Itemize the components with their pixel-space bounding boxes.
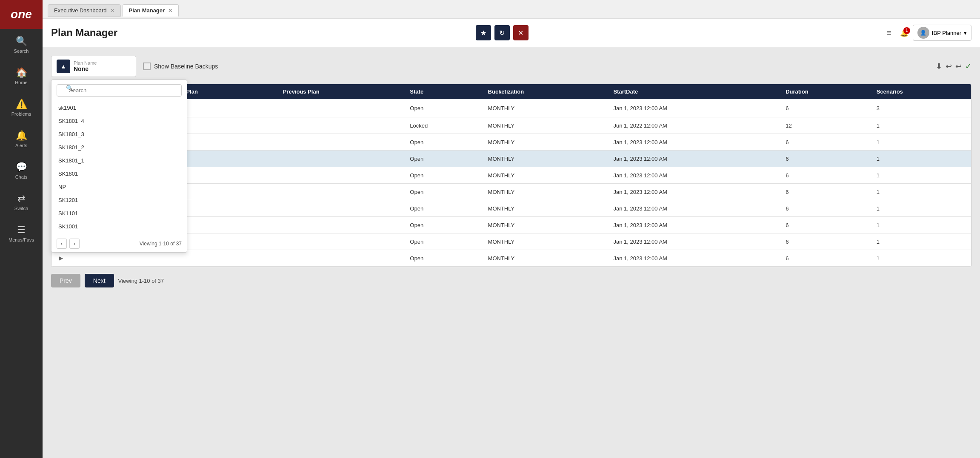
undo1-button[interactable]: ↩ bbox=[946, 62, 952, 71]
dropdown-list-item[interactable]: SK1801_3 bbox=[51, 128, 187, 141]
notification-count: 1 bbox=[903, 27, 910, 34]
plan-name-toggle-button[interactable]: ▲ bbox=[57, 60, 70, 73]
sidebar-item-label: Search bbox=[14, 48, 29, 54]
col-start-date[interactable]: StartDate bbox=[607, 84, 780, 99]
dropdown-list-item[interactable]: sk1901 bbox=[51, 101, 187, 114]
confirm-button[interactable]: ✓ bbox=[965, 62, 971, 71]
plan-dropdown-panel: 🔍 sk1901SK1801_4SK1801_3SK1801_2SK1801_1… bbox=[51, 80, 187, 253]
row-start-date: Jan 1, 2023 12:00 AM bbox=[607, 250, 780, 267]
row-scenarios: 1 bbox=[871, 250, 971, 267]
filter-bar: ▲ Plan Name None 🔍 sk1901SK1801_4SK180 bbox=[51, 56, 971, 77]
dropdown-list-item[interactable]: SK1801_4 bbox=[51, 114, 187, 128]
dropdown-list-item[interactable]: SK1201 bbox=[51, 193, 187, 207]
sidebar-item-label: Menus/Favs bbox=[9, 237, 34, 242]
col-state[interactable]: State bbox=[404, 84, 482, 99]
sidebar-item-chats[interactable]: 💬 Chats bbox=[0, 155, 43, 186]
tab-plan-manager[interactable]: Plan Manager ✕ bbox=[123, 4, 179, 17]
table-row: ▶OpenMONTHLYJan 1, 2023 12:00 AM61 bbox=[51, 167, 971, 184]
plan-name-text: Plan Name None bbox=[74, 60, 97, 72]
plan-name-selector[interactable]: ▲ Plan Name None bbox=[51, 56, 136, 77]
sidebar-item-problems[interactable]: ⚠️ Problems bbox=[0, 92, 43, 123]
home-icon: 🏠 bbox=[16, 67, 27, 78]
sidebar-item-menus-favs[interactable]: ☰ Menus/Favs bbox=[0, 218, 43, 249]
sidebar-item-search[interactable]: 🔍 Search bbox=[0, 29, 43, 60]
dropdown-list-item[interactable]: SK1801_2 bbox=[51, 141, 187, 154]
page-header: Plan Manager ★ ↻ ✕ ≡ 🔔 1 👤 IBP Planner ▾ bbox=[43, 19, 980, 47]
row-expand-button[interactable]: ▶ bbox=[57, 254, 65, 262]
col-duration[interactable]: Duration bbox=[780, 84, 870, 99]
dropdown-search-area: 🔍 bbox=[51, 80, 187, 101]
dropdown-prev-button[interactable]: ‹ bbox=[57, 239, 67, 249]
row-previous-plan bbox=[277, 250, 404, 267]
problems-icon: ⚠️ bbox=[16, 99, 27, 110]
col-bucketization[interactable]: Bucketization bbox=[482, 84, 608, 99]
favorite-button[interactable]: ★ bbox=[476, 25, 491, 40]
row-scenarios: 1 bbox=[871, 217, 971, 233]
app-logo[interactable]: one bbox=[0, 0, 43, 29]
content-area: ▲ Plan Name None 🔍 sk1901SK1801_4SK180 bbox=[43, 47, 980, 458]
row-scenarios: 1 bbox=[871, 134, 971, 151]
row-state: Open bbox=[404, 134, 482, 151]
col-previous-plan[interactable]: Previous Plan bbox=[277, 84, 404, 99]
row-bucketization: MONTHLY bbox=[482, 217, 608, 233]
next-button[interactable]: Next bbox=[85, 274, 114, 287]
show-baseline: Show Baseline Backups bbox=[143, 63, 218, 70]
sidebar: one 🔍 Search 🏠 Home ⚠️ Problems 🔔 Alerts… bbox=[0, 0, 43, 458]
row-duration: 6 bbox=[780, 217, 870, 233]
row-duration: 6 bbox=[780, 200, 870, 217]
role-label: IBP Planner bbox=[932, 30, 961, 36]
row-previous-plan bbox=[277, 200, 404, 217]
refresh-button[interactable]: ↻ bbox=[494, 25, 510, 40]
row-scenarios: 1 bbox=[871, 200, 971, 217]
row-start-date: Jan 1, 2023 12:00 AM bbox=[607, 233, 780, 250]
row-state: Open bbox=[404, 217, 482, 233]
dropdown-list-item[interactable]: SK1801_1 bbox=[51, 154, 187, 167]
row-scenarios: 3 bbox=[871, 99, 971, 117]
sidebar-item-home[interactable]: 🏠 Home bbox=[0, 60, 43, 92]
dropdown-list-item[interactable]: NP bbox=[51, 180, 187, 193]
prev-button[interactable]: Prev bbox=[51, 274, 80, 287]
row-bucketization: MONTHLY bbox=[482, 134, 608, 151]
tab-exec-dashboard[interactable]: Executive Dashboard ✕ bbox=[48, 4, 121, 17]
row-bucketization: MONTHLY bbox=[482, 117, 608, 134]
sidebar-item-label: Problems bbox=[11, 111, 31, 117]
show-baseline-checkbox[interactable] bbox=[143, 63, 151, 70]
table-row: ▶OpenMONTHLYJan 1, 2023 12:00 AM61 bbox=[51, 250, 971, 267]
header-actions: ★ ↻ ✕ bbox=[476, 25, 529, 40]
tab-close-exec[interactable]: ✕ bbox=[110, 8, 114, 14]
avatar: 👤 bbox=[917, 27, 929, 39]
user-role-dropdown[interactable]: 👤 IBP Planner ▾ bbox=[913, 25, 971, 41]
row-duration: 6 bbox=[780, 99, 870, 117]
row-previous-plan bbox=[277, 167, 404, 184]
hamburger-menu-icon[interactable]: ≡ bbox=[886, 28, 891, 38]
dropdown-list-item[interactable]: SK1801 bbox=[51, 167, 187, 180]
row-bucketization: MONTHLY bbox=[482, 151, 608, 167]
row-start-date: Jan 1, 2023 12:00 AM bbox=[607, 99, 780, 117]
row-previous-plan bbox=[277, 233, 404, 250]
row-previous-plan bbox=[277, 99, 404, 117]
dropdown-list-item[interactable]: SK1101 bbox=[51, 207, 187, 220]
undo2-button[interactable]: ↩ bbox=[955, 62, 962, 71]
dropdown-next-button[interactable]: › bbox=[69, 239, 80, 249]
dropdown-list-item[interactable]: SK1001 bbox=[51, 220, 187, 233]
row-bucketization: MONTHLY bbox=[482, 200, 608, 217]
download-button[interactable]: ⬇ bbox=[936, 62, 942, 71]
switch-icon: ⇄ bbox=[17, 193, 25, 204]
plan-name-label: Plan Name bbox=[74, 60, 97, 65]
row-state: Open bbox=[404, 233, 482, 250]
sidebar-item-alerts[interactable]: 🔔 Alerts bbox=[0, 123, 43, 155]
notification-bell[interactable]: 🔔 1 bbox=[900, 29, 909, 37]
chats-icon: 💬 bbox=[16, 162, 27, 173]
row-duration: 6 bbox=[780, 151, 870, 167]
sidebar-item-switch[interactable]: ⇄ Switch bbox=[0, 186, 43, 218]
table-row: ▶OpenMONTHLYJan 1, 2023 12:00 AM61 bbox=[51, 151, 971, 167]
table-row: ▶OpenMONTHLYJan 1, 2023 12:00 AM61 bbox=[51, 217, 971, 233]
dropdown-search-input[interactable] bbox=[57, 84, 182, 97]
row-start-date: Jan 1, 2023 12:00 AM bbox=[607, 134, 780, 151]
row-bucketization: MONTHLY bbox=[482, 233, 608, 250]
col-scenarios[interactable]: Scenarios bbox=[871, 84, 971, 99]
tab-close-plan[interactable]: ✕ bbox=[168, 8, 172, 14]
sidebar-item-label: Home bbox=[15, 80, 27, 85]
close-button[interactable]: ✕ bbox=[513, 25, 529, 40]
sidebar-item-label: Alerts bbox=[15, 143, 27, 148]
